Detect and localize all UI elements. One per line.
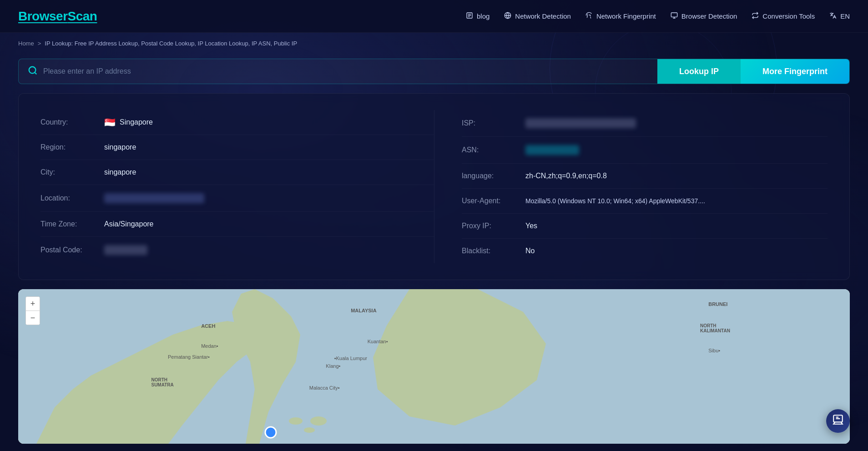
svg-rect-2 xyxy=(671,13,677,17)
asn-row: ASN: █████████ xyxy=(462,137,828,164)
info-right-column: ISP: ████████████████████ ASN: █████████… xyxy=(434,110,828,263)
blacklist-value: No xyxy=(525,247,535,255)
map-label-medan: Medan• xyxy=(201,343,218,349)
nav-language-label: EN xyxy=(840,12,850,20)
more-fingerprint-button[interactable]: More Fingerprint xyxy=(741,59,849,84)
map-container: ACEH Medan• Pematang Siantar• NORTHSUMAT… xyxy=(18,289,850,444)
map-label-malaysia: MALAYSIA xyxy=(351,308,376,313)
nav-conversion-tools-label: Conversion Tools xyxy=(762,12,815,20)
map-label-north-sumatra: NORTHSUMATRA xyxy=(151,377,173,387)
map-background: ACEH Medan• Pematang Siantar• NORTHSUMAT… xyxy=(18,289,850,444)
country-label: Country: xyxy=(40,118,104,126)
breadcrumb-separator: > xyxy=(38,40,41,47)
asn-blurred: █████████ xyxy=(525,145,579,155)
map-zoom-in-button[interactable]: + xyxy=(26,297,40,311)
country-row: Country: 🇸🇬 Singapore xyxy=(40,110,434,135)
isp-value: ████████████████████ xyxy=(525,118,636,128)
region-row: Region: singapore xyxy=(40,135,434,160)
timezone-value: Asia/Singapore xyxy=(104,220,154,228)
blacklist-row: Blacklist: No xyxy=(462,239,828,263)
map-label-kl: •Kuala Lumpur xyxy=(334,356,367,361)
map-label-pematang: Pematang Siantar• xyxy=(168,354,210,360)
map-label-north-kalimantan: NORTHKALIMANTAN xyxy=(700,323,730,333)
asn-value: █████████ xyxy=(525,145,579,155)
timezone-row: Time Zone: Asia/Singapore xyxy=(40,212,434,237)
nav-conversion-tools[interactable]: Conversion Tools xyxy=(752,12,815,21)
nav-network-fingerprint[interactable]: Network Fingerprint xyxy=(585,12,656,21)
breadcrumb-home[interactable]: Home xyxy=(18,40,34,47)
map-label-sibu: Sibu• xyxy=(708,348,720,353)
proxy-label: Proxy IP: xyxy=(462,222,525,230)
map-label-klang: Klang• xyxy=(326,363,340,369)
breadcrumb-current: IP Lookup: Free IP Address Lookup, Posta… xyxy=(45,40,297,47)
language-row: language: zh-CN,zh;q=0.9,en;q=0.8 xyxy=(462,164,828,189)
breadcrumb: Home > IP Lookup: Free IP Address Lookup… xyxy=(0,33,868,54)
logo-text-before: Browser xyxy=(18,9,68,23)
logo-text-accent: Scan xyxy=(68,9,97,23)
chatbot-icon xyxy=(832,414,844,428)
city-value: singapore xyxy=(104,168,136,176)
nav-blog[interactable]: blog xyxy=(466,12,490,21)
postal-value: ███████ xyxy=(104,245,147,255)
fingerprint-icon xyxy=(585,12,593,21)
map-controls: + − xyxy=(25,296,40,325)
search-input[interactable] xyxy=(43,59,648,84)
header: BrowserScan blog Network Detection Netwo… xyxy=(0,0,868,33)
info-left-column: Country: 🇸🇬 Singapore Region: singapore … xyxy=(40,110,434,263)
svg-point-5 xyxy=(289,417,303,425)
country-value: 🇸🇬 Singapore xyxy=(104,118,153,126)
logo: BrowserScan xyxy=(18,9,97,24)
useragent-value: Mozilla/5.0 (Windows NT 10.0; Win64; x64… xyxy=(525,197,705,205)
location-label: Location: xyxy=(40,194,104,202)
region-label: Region: xyxy=(40,143,104,151)
useragent-label: User-Agent: xyxy=(462,197,525,205)
main-nav: blog Network Detection Network Fingerpri… xyxy=(466,12,850,21)
map-zoom-out-button[interactable]: − xyxy=(26,311,40,325)
map-label-brunei: BRUNEI xyxy=(708,301,727,307)
isp-row: ISP: ████████████████████ xyxy=(462,110,828,137)
map-label-kuantan: Kuantan• xyxy=(368,339,388,344)
nav-network-detection-label: Network Detection xyxy=(515,12,571,20)
nav-browser-detection-label: Browser Detection xyxy=(681,12,737,20)
nav-language[interactable]: EN xyxy=(829,12,850,21)
nav-network-fingerprint-label: Network Fingerprint xyxy=(596,12,656,20)
region-value: singapore xyxy=(104,143,136,151)
nav-network-detection[interactable]: Network Detection xyxy=(504,12,571,21)
nav-blog-label: blog xyxy=(477,12,490,20)
main-content: Lookup IP More Fingerprint Country: 🇸🇬 S… xyxy=(0,54,868,451)
language-icon xyxy=(829,12,837,21)
search-container: Lookup IP More Fingerprint xyxy=(18,59,850,84)
lookup-ip-button[interactable]: Lookup IP xyxy=(657,59,741,84)
location-blurred: ██████████████████ xyxy=(104,193,204,203)
map-label-aceh: ACEH xyxy=(201,323,215,329)
singapore-flag: 🇸🇬 xyxy=(104,118,115,126)
blog-icon xyxy=(466,12,473,21)
search-input-wrapper xyxy=(19,59,657,84)
svg-point-7 xyxy=(310,416,327,426)
svg-point-3 xyxy=(29,66,36,73)
conversion-icon xyxy=(752,12,759,21)
globe-icon xyxy=(504,12,511,21)
postal-label: Postal Code: xyxy=(40,246,104,254)
map-label-malacca: Malacca City• xyxy=(309,385,340,391)
info-grid: Country: 🇸🇬 Singapore Region: singapore … xyxy=(40,110,828,263)
location-row: Location: ██████████████████ xyxy=(40,185,434,212)
proxy-row: Proxy IP: Yes xyxy=(462,214,828,239)
timezone-label: Time Zone: xyxy=(40,220,104,228)
proxy-value: Yes xyxy=(525,222,537,230)
nav-browser-detection[interactable]: Browser Detection xyxy=(671,12,737,21)
language-label: language: xyxy=(462,172,525,180)
search-icon xyxy=(28,65,38,78)
isp-blurred: ████████████████████ xyxy=(525,118,636,128)
postal-row: Postal Code: ███████ xyxy=(40,237,434,263)
svg-point-8 xyxy=(265,427,276,438)
city-label: City: xyxy=(40,168,104,176)
svg-point-6 xyxy=(304,427,315,433)
ip-info-card: Country: 🇸🇬 Singapore Region: singapore … xyxy=(18,93,850,280)
monitor-icon xyxy=(671,12,678,21)
city-row: City: singapore xyxy=(40,160,434,185)
chatbot-button[interactable] xyxy=(826,409,850,433)
postal-blurred: ███████ xyxy=(104,245,147,255)
asn-label: ASN: xyxy=(462,146,525,154)
isp-label: ISP: xyxy=(462,119,525,127)
